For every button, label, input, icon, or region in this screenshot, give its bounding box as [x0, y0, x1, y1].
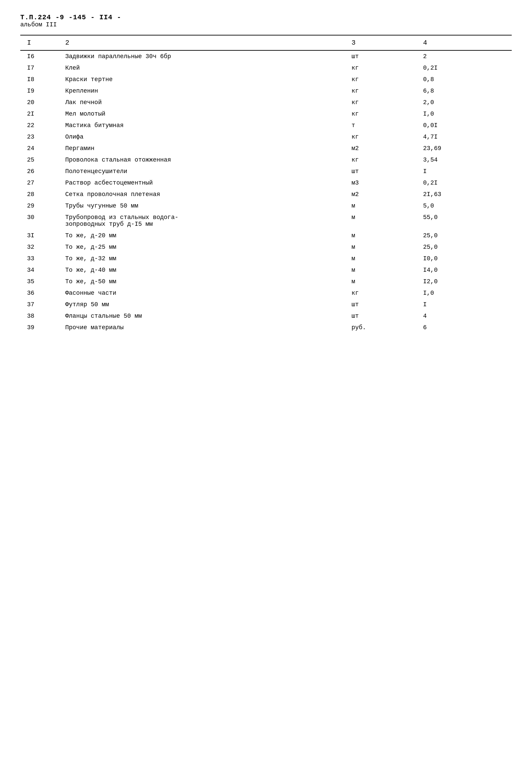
table-row: 2IМел молотыйкгI,0: [20, 108, 512, 120]
row-unit: м: [345, 230, 416, 241]
row-unit: кг: [345, 131, 416, 143]
table-row: 23Олифакг4,7I: [20, 131, 512, 143]
table-row: 30Трубопровод из стальных водога-зопрово…: [20, 212, 512, 230]
table-row: 26ПолотенцесушителиштI: [20, 166, 512, 177]
row-number: 23: [20, 131, 58, 143]
row-name: То же, д-50 мм: [58, 276, 345, 287]
row-number: 37: [20, 299, 58, 310]
row-name: Трубопровод из стальных водога-зопроводн…: [58, 212, 345, 230]
row-quantity: I0,0: [416, 253, 512, 264]
row-name: Мел молотый: [58, 108, 345, 120]
col-header-2: 2: [58, 35, 345, 50]
row-unit: м: [345, 212, 416, 230]
row-quantity: 55,0: [416, 212, 512, 230]
row-name: Клей: [58, 62, 345, 74]
table-row: I7Клейкг0,2I: [20, 62, 512, 74]
row-name: То же, д-32 мм: [58, 253, 345, 264]
table-row: 29Трубы чугунные 50 ммм5,0: [20, 200, 512, 212]
row-name: Проволока стальная отожженная: [58, 154, 345, 166]
row-quantity: I,0: [416, 287, 512, 299]
row-number: 26: [20, 166, 58, 177]
row-number: 2I: [20, 108, 58, 120]
row-number: I6: [20, 50, 58, 62]
col-header-1: I: [20, 35, 58, 50]
row-unit: кг: [345, 85, 416, 97]
row-unit: м: [345, 253, 416, 264]
row-name: Фланцы стальные 50 мм: [58, 310, 345, 322]
row-number: I7: [20, 62, 58, 74]
table-row: 33То же, д-32 мммI0,0: [20, 253, 512, 264]
row-quantity: 5,0: [416, 200, 512, 212]
row-name: Фасонные части: [58, 287, 345, 299]
table-row: 22Мастика битумнаят0,0I: [20, 120, 512, 131]
row-number: I8: [20, 74, 58, 85]
row-unit: т: [345, 120, 416, 131]
row-quantity: 2I,63: [416, 189, 512, 200]
row-unit: кг: [345, 154, 416, 166]
row-number: 24: [20, 143, 58, 154]
row-number: 38: [20, 310, 58, 322]
row-name: Пергамин: [58, 143, 345, 154]
row-unit: кг: [345, 108, 416, 120]
header-title: Т.П.224 -9 -145 - II4 -: [20, 14, 512, 21]
row-name: То же, д-40 мм: [58, 264, 345, 276]
row-quantity: 0,0I: [416, 120, 512, 131]
row-name: Мастика битумная: [58, 120, 345, 131]
row-unit: кг: [345, 97, 416, 108]
row-quantity: 6: [416, 322, 512, 333]
row-unit: шт: [345, 310, 416, 322]
row-number: 22: [20, 120, 58, 131]
table-row: 3IТо же, д-20 ммм25,0: [20, 230, 512, 241]
row-quantity: I: [416, 299, 512, 310]
row-quantity: I,0: [416, 108, 512, 120]
row-quantity: 23,69: [416, 143, 512, 154]
row-unit: м: [345, 276, 416, 287]
table-row: I6Задвижки параллельные 30ч 6бршт2: [20, 50, 512, 62]
row-number: 20: [20, 97, 58, 108]
table-row: 20Лак печнойкг2,0: [20, 97, 512, 108]
row-name: Прочие материалы: [58, 322, 345, 333]
table-header-row: I 2 3 4: [20, 35, 512, 50]
table-row: I9Крепленинкг6,8: [20, 85, 512, 97]
row-name: Крепленин: [58, 85, 345, 97]
row-number: 3I: [20, 230, 58, 241]
row-unit: кг: [345, 287, 416, 299]
row-quantity: 25,0: [416, 241, 512, 253]
row-unit: кг: [345, 74, 416, 85]
table-row: I8Краски тертнекг0,8: [20, 74, 512, 85]
header-subtitle: альбом III: [20, 21, 512, 28]
row-name: Лак печной: [58, 97, 345, 108]
row-number: 32: [20, 241, 58, 253]
row-quantity: 25,0: [416, 230, 512, 241]
row-name: Полотенцесушители: [58, 166, 345, 177]
row-number: 33: [20, 253, 58, 264]
row-unit: м3: [345, 177, 416, 189]
row-unit: м: [345, 264, 416, 276]
row-number: 39: [20, 322, 58, 333]
row-unit: м: [345, 200, 416, 212]
table-row: 32То же, д-25 ммм25,0: [20, 241, 512, 253]
row-quantity: 3,54: [416, 154, 512, 166]
row-quantity: 6,8: [416, 85, 512, 97]
table-row: 27Раствор асбестоцементныйм30,2I: [20, 177, 512, 189]
row-unit: м: [345, 241, 416, 253]
table-row: 35То же, д-50 мммI2,0: [20, 276, 512, 287]
row-quantity: I2,0: [416, 276, 512, 287]
row-quantity: 0,2I: [416, 62, 512, 74]
main-table-wrapper: I 2 3 4 I6Задвижки параллельные 30ч 6брш…: [20, 35, 512, 333]
row-name: Краски тертне: [58, 74, 345, 85]
row-unit: шт: [345, 50, 416, 62]
row-quantity: 4,7I: [416, 131, 512, 143]
row-name: Раствор асбестоцементный: [58, 177, 345, 189]
row-name: То же, д-20 мм: [58, 230, 345, 241]
row-quantity: 0,2I: [416, 177, 512, 189]
row-name: Сетка проволочная плетеная: [58, 189, 345, 200]
row-quantity: 2: [416, 50, 512, 62]
table-row: 25Проволока стальная отожженнаякг3,54: [20, 154, 512, 166]
row-quantity: 2,0: [416, 97, 512, 108]
row-quantity: 4: [416, 310, 512, 322]
row-number: 34: [20, 264, 58, 276]
row-name: Трубы чугунные 50 мм: [58, 200, 345, 212]
row-number: 27: [20, 177, 58, 189]
row-number: I9: [20, 85, 58, 97]
